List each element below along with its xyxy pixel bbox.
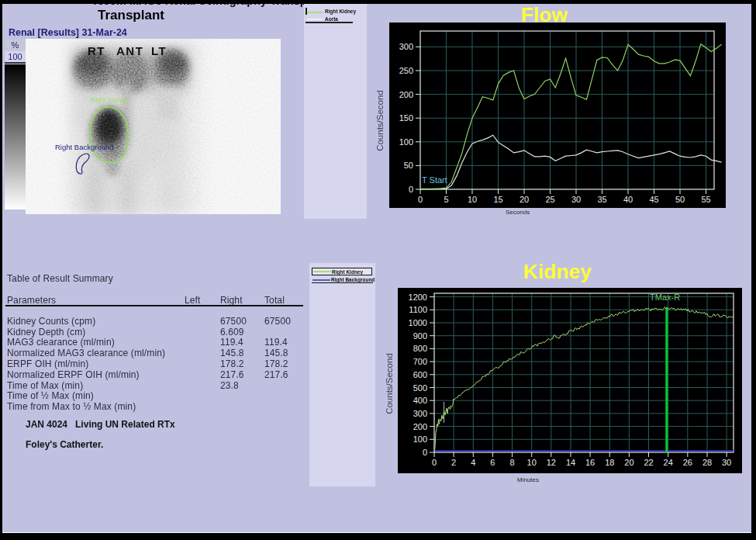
svg-text:26: 26: [683, 458, 692, 467]
svg-text:200: 200: [399, 90, 413, 99]
svg-text:0: 0: [409, 185, 413, 194]
svg-text:900: 900: [413, 331, 427, 341]
svg-text:0: 0: [418, 195, 423, 204]
svg-text:18: 18: [605, 458, 614, 467]
svg-text:1200: 1200: [409, 292, 427, 302]
svg-text:25: 25: [545, 195, 554, 204]
svg-text:800: 800: [413, 344, 427, 353]
svg-text:T Start: T Start: [422, 175, 447, 185]
svg-text:16: 16: [585, 458, 595, 467]
svg-text:0: 0: [432, 458, 437, 467]
svg-text:100: 100: [399, 137, 413, 147]
svg-text:400: 400: [413, 396, 427, 405]
svg-text:20: 20: [624, 458, 633, 467]
svg-text:ANT: ANT: [116, 44, 143, 57]
svg-text:100: 100: [413, 434, 427, 444]
svg-text:40: 40: [623, 195, 633, 204]
svg-text:15: 15: [493, 195, 502, 204]
svg-text:2: 2: [451, 458, 456, 467]
svg-text:Right Background: Right Background: [55, 143, 114, 151]
svg-text:12: 12: [547, 458, 556, 467]
svg-text:45: 45: [649, 195, 658, 204]
svg-text:24: 24: [664, 458, 673, 467]
svg-text:Right Kidney: Right Kidney: [91, 96, 129, 104]
svg-text:8: 8: [510, 458, 515, 467]
svg-text:1100: 1100: [409, 305, 427, 314]
svg-text:55: 55: [701, 195, 710, 204]
svg-text:250: 250: [399, 66, 413, 75]
svg-text:10: 10: [527, 458, 537, 467]
svg-text:30: 30: [722, 458, 731, 467]
svg-text:50: 50: [675, 195, 685, 204]
svg-text:500: 500: [413, 383, 427, 393]
svg-text:50: 50: [404, 161, 413, 170]
svg-text:150: 150: [399, 113, 413, 123]
svg-text:28: 28: [702, 458, 712, 467]
svg-text:22: 22: [644, 458, 653, 467]
svg-text:0: 0: [423, 448, 427, 457]
svg-text:600: 600: [413, 370, 427, 379]
svg-text:TMax-R: TMax-R: [650, 292, 680, 302]
svg-text:10: 10: [468, 195, 477, 204]
svg-text:200: 200: [413, 422, 427, 431]
svg-text:5: 5: [444, 195, 448, 204]
svg-text:30: 30: [571, 195, 581, 204]
svg-text:14: 14: [566, 458, 575, 467]
svg-text:300: 300: [399, 42, 413, 51]
svg-text:300: 300: [413, 409, 427, 418]
svg-text:RT: RT: [88, 44, 105, 57]
svg-text:20: 20: [520, 195, 529, 204]
svg-text:6: 6: [490, 458, 495, 467]
svg-text:700: 700: [413, 357, 427, 366]
svg-text:4: 4: [471, 458, 475, 467]
svg-text:LT: LT: [151, 44, 167, 57]
svg-text:35: 35: [597, 195, 606, 204]
svg-text:1000: 1000: [409, 318, 427, 327]
